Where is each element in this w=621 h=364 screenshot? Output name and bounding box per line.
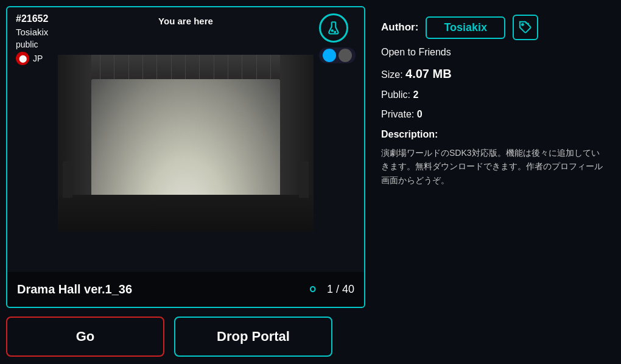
- size-label: Size:: [381, 69, 403, 80]
- region-label: JP: [33, 54, 43, 63]
- person-icon: ⚬: [306, 279, 320, 299]
- stage-floor: [58, 195, 314, 231]
- private-row: Private: 0: [381, 107, 605, 122]
- toggle-off-dot: [339, 49, 352, 62]
- world-meta: #21652 Tosiakix public ⬤ JP: [16, 13, 48, 65]
- svg-point-2: [522, 24, 524, 26]
- public-count: 2: [413, 89, 418, 100]
- world-details-panel: Author: Tosiakix Open to Friends Size: 4…: [371, 6, 615, 308]
- private-count: 0: [417, 109, 423, 119]
- toggle-on-dot: [323, 49, 336, 62]
- side-silhouette-left: [63, 161, 72, 198]
- side-silhouette-right: [299, 161, 309, 198]
- tag-button[interactable]: [513, 15, 538, 40]
- description-label: Description:: [381, 129, 605, 140]
- drop-portal-button[interactable]: Drop Portal: [174, 317, 332, 357]
- author-button[interactable]: Tosiakix: [426, 16, 505, 39]
- svg-point-1: [334, 32, 335, 33]
- stage-arch: [58, 55, 314, 231]
- private-label: Private:: [381, 109, 414, 119]
- flag-icon: ⬤: [16, 52, 29, 65]
- bottom-action-bar: Go Drop Portal: [0, 308, 621, 364]
- stage-graphic: [58, 55, 314, 231]
- world-region: ⬤ JP: [16, 52, 48, 65]
- you-are-here-label: You are here: [158, 16, 213, 26]
- world-preview-panel: #21652 Tosiakix public ⬤ JP You are here: [6, 6, 365, 308]
- world-image: [7, 13, 364, 272]
- author-row: Author: Tosiakix: [381, 15, 605, 40]
- icon-group: [319, 13, 356, 63]
- description-text: 演劇場ワールドのSDK3対応版。機能は後々に追加していきます。無料ダウンロードで…: [381, 146, 605, 187]
- world-title: Drama Hall ver.1_36: [17, 282, 298, 296]
- world-access-tag: public: [16, 40, 48, 49]
- flask-button[interactable]: [319, 13, 348, 43]
- public-row: Public: 2: [381, 88, 605, 102]
- world-id: #21652: [16, 13, 48, 24]
- svg-point-0: [332, 30, 333, 31]
- world-author-tag: Tosiakix: [16, 27, 48, 37]
- open-to-friends-row: Open to Friends: [381, 45, 605, 60]
- svg-line-4: [528, 23, 529, 24]
- world-footer: Drama Hall ver.1_36 ⚬ 1 / 40: [7, 272, 364, 307]
- ceiling: [58, 55, 314, 79]
- size-value: 4.07 MB: [405, 67, 452, 80]
- toggle-switch[interactable]: [319, 47, 356, 63]
- stage-opening: [91, 79, 280, 195]
- world-user-count: 1 / 40: [327, 283, 354, 296]
- go-button[interactable]: Go: [6, 317, 164, 357]
- author-label: Author:: [381, 21, 418, 33]
- size-row: Size: 4.07 MB: [381, 65, 605, 83]
- public-label: Public:: [381, 89, 410, 100]
- open-to-friends-text: Open to Friends: [381, 47, 451, 57]
